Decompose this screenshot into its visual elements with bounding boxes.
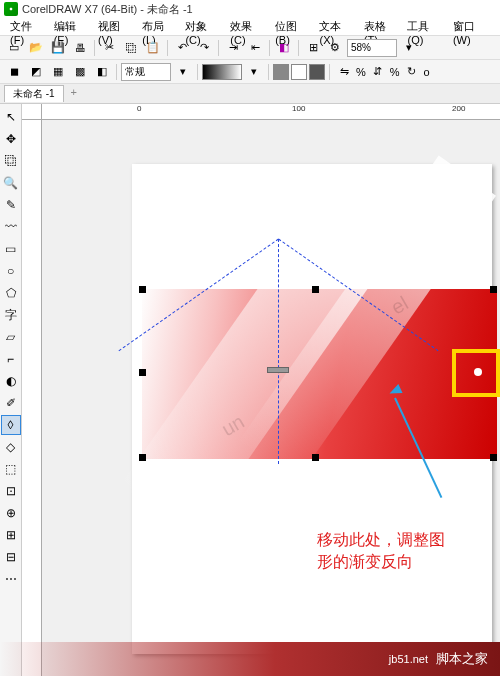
- shape-tool-icon[interactable]: ✥: [1, 129, 21, 149]
- menubar: 文件(F) 编辑(E) 视图(V) 布局(L) 对象(C) 效果(C) 位图(B…: [0, 18, 500, 36]
- rotate-icon[interactable]: ↻: [402, 62, 422, 82]
- ruler-vertical[interactable]: [22, 120, 42, 676]
- launch-icon[interactable]: ◧: [274, 38, 294, 58]
- effects-tool-icon[interactable]: ◐: [1, 371, 21, 391]
- menu-bitmap[interactable]: 位图(B): [271, 18, 313, 35]
- rectangle-tool-icon[interactable]: ▭: [1, 239, 21, 259]
- fill-type-4-icon[interactable]: ▩: [70, 62, 90, 82]
- menu-layout[interactable]: 布局(L): [138, 18, 179, 35]
- import-icon[interactable]: ⇥: [223, 38, 243, 58]
- color-swatch-1[interactable]: [273, 64, 289, 80]
- menu-edit[interactable]: 编辑(E): [50, 18, 92, 35]
- crop-tool-icon[interactable]: ⿻: [1, 151, 21, 171]
- gradient-dropdown-icon[interactable]: ▾: [244, 62, 264, 82]
- gradient-mid-slider[interactable]: [267, 367, 289, 373]
- ruler-tick: 200: [452, 104, 465, 113]
- snap-icon[interactable]: ⊞: [303, 38, 323, 58]
- fill-tool-icon[interactable]: ◊: [1, 415, 21, 435]
- interactive-tool-icon[interactable]: ⬚: [1, 459, 21, 479]
- fill-type-3-icon[interactable]: ▦: [48, 62, 68, 82]
- zoom-input[interactable]: 58%: [347, 39, 397, 57]
- highlight-box: [452, 349, 500, 397]
- toolbox: ↖ ✥ ⿻ 🔍 ✎ 〰 ▭ ○ ⬠ 字 ▱ ⌐ ◐ ✐ ◊ ◇ ⬚ ⊡ ⊕ ⊞ …: [0, 104, 22, 676]
- app-logo-icon: [4, 2, 18, 16]
- y-unit: %: [390, 66, 400, 78]
- menu-view[interactable]: 视图(V): [94, 18, 136, 35]
- fill-type-1-icon[interactable]: ◼: [4, 62, 24, 82]
- ruler-horizontal[interactable]: 0 100 200: [42, 104, 500, 120]
- connector-tool-icon[interactable]: ⌐: [1, 349, 21, 369]
- color-swatch-3[interactable]: [309, 64, 325, 80]
- menu-object[interactable]: 对象(C): [181, 18, 224, 35]
- freehand-tool-icon[interactable]: ✎: [1, 195, 21, 215]
- zoom-tool-icon[interactable]: 🔍: [1, 173, 21, 193]
- footer-watermark: jb51.net 脚本之家: [0, 642, 500, 676]
- annotation-text: 移动此处，调整图 形的渐变反向: [317, 529, 445, 573]
- artistic-tool-icon[interactable]: 〰: [1, 217, 21, 237]
- x-unit: %: [356, 66, 366, 78]
- doc-tab-active[interactable]: 未命名 -1: [4, 85, 64, 102]
- polygon-tool-icon[interactable]: ⬠: [1, 283, 21, 303]
- zoom-dropdown-icon[interactable]: ▾: [399, 38, 419, 58]
- toolbar-property: ◼ ◩ ▦ ▩ ◧ 常规 ▾ ▾ ⇋ % ⇵ % ↻ o: [0, 60, 500, 84]
- ruler-tick: 100: [292, 104, 305, 113]
- new-icon[interactable]: ▭: [4, 38, 24, 58]
- add-tab-icon[interactable]: +: [66, 86, 82, 102]
- transparency-tool-icon[interactable]: ⊡: [1, 481, 21, 501]
- mirror-h-icon[interactable]: ⇋: [334, 62, 354, 82]
- menu-file[interactable]: 文件(F): [6, 18, 48, 35]
- color-swatch-2[interactable]: [291, 64, 307, 80]
- angle-unit: o: [424, 66, 430, 78]
- undo-icon[interactable]: ↶: [172, 38, 192, 58]
- annotation-line1: 移动此处，调整图: [317, 529, 445, 551]
- table-tool-icon[interactable]: ⊞: [1, 525, 21, 545]
- selection-handle[interactable]: [490, 286, 497, 293]
- ruler-tick: 0: [137, 104, 141, 113]
- gradient-axis-line[interactable]: [278, 239, 279, 464]
- fill-type-2-icon[interactable]: ◩: [26, 62, 46, 82]
- selection-handle[interactable]: [139, 369, 146, 376]
- footer-brand-text: 脚本之家: [436, 650, 488, 668]
- more-tools-icon[interactable]: ⋯: [1, 569, 21, 589]
- annotation-line2: 形的渐变反向: [317, 551, 445, 573]
- window-title: CorelDRAW X7 (64-Bit) - 未命名 -1: [22, 2, 193, 17]
- text-tool-icon[interactable]: 字: [1, 305, 21, 325]
- selection-handle[interactable]: [139, 454, 146, 461]
- selection-handle[interactable]: [312, 454, 319, 461]
- paste-icon[interactable]: 📋: [143, 38, 163, 58]
- toolbar-main: ▭ 📂 💾 🖶 ✂ ⿻ 📋 ↶ ↷ ⇥ ⇤ ◧ ⊞ ⚙ 58% ▾: [0, 36, 500, 60]
- style-select[interactable]: 常规: [121, 63, 171, 81]
- print-icon[interactable]: 🖶: [70, 38, 90, 58]
- selection-handle[interactable]: [312, 286, 319, 293]
- menu-effects[interactable]: 效果(C): [226, 18, 269, 35]
- outline-tool-icon[interactable]: ◇: [1, 437, 21, 457]
- ruler-origin[interactable]: [22, 104, 42, 120]
- style-dropdown-icon[interactable]: ▾: [173, 62, 193, 82]
- copy-icon[interactable]: ⿻: [121, 38, 141, 58]
- export-icon[interactable]: ⇤: [245, 38, 265, 58]
- document-tabs: 未命名 -1 +: [0, 84, 500, 104]
- options-icon[interactable]: ⚙: [325, 38, 345, 58]
- selection-handle[interactable]: [139, 286, 146, 293]
- footer-site: jb51.net: [389, 653, 428, 665]
- pick-tool-icon[interactable]: ↖: [1, 107, 21, 127]
- gradient-preview[interactable]: [202, 64, 242, 80]
- eyedropper-tool-icon[interactable]: ✐: [1, 393, 21, 413]
- mirror-v-icon[interactable]: ⇵: [368, 62, 388, 82]
- smart-drawing-tool-icon[interactable]: ⊕: [1, 503, 21, 523]
- ellipse-tool-icon[interactable]: ○: [1, 261, 21, 281]
- parallel-tool-icon[interactable]: ▱: [1, 327, 21, 347]
- menu-window[interactable]: 窗口(W): [449, 18, 494, 35]
- menu-table[interactable]: 表格(T): [360, 18, 402, 35]
- fill-type-5-icon[interactable]: ◧: [92, 62, 112, 82]
- canvas[interactable]: 0 100 200 un el 移动此处，调整图 形的渐变反向: [22, 104, 500, 676]
- cut-icon[interactable]: ✂: [99, 38, 119, 58]
- menu-text[interactable]: 文本(X): [315, 18, 357, 35]
- open-icon[interactable]: 📂: [26, 38, 46, 58]
- redo-icon[interactable]: ↷: [194, 38, 214, 58]
- selection-handle[interactable]: [490, 454, 497, 461]
- dimension-tool-icon[interactable]: ⊟: [1, 547, 21, 567]
- menu-tools[interactable]: 工具(Q): [403, 18, 446, 35]
- save-icon[interactable]: 💾: [48, 38, 68, 58]
